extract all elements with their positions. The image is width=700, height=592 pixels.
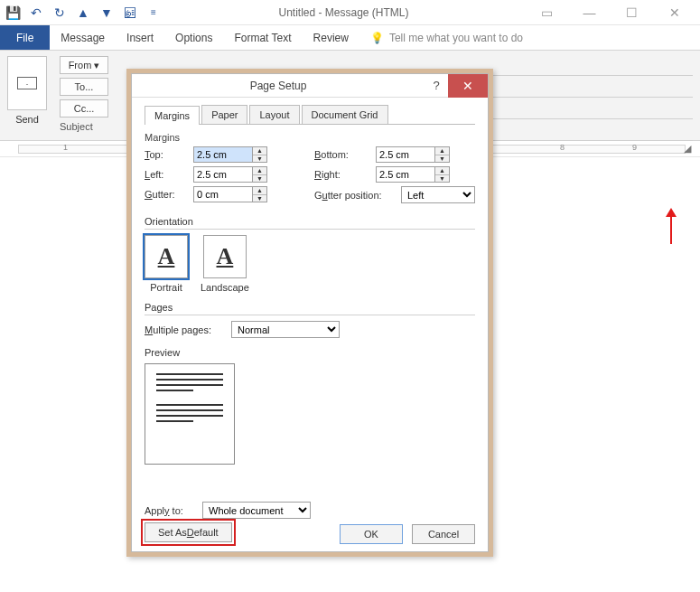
tab-file[interactable]: File [0, 25, 50, 50]
save-icon[interactable]: 💾 [5, 5, 20, 20]
undo-icon[interactable]: ↶ [29, 5, 43, 20]
tab-message[interactable]: Message [50, 25, 116, 50]
tell-me-placeholder: Tell me what you want to do [389, 32, 523, 44]
window-title: Untitled - Message (HTML) [161, 6, 527, 19]
orientation-portrait[interactable]: A Portrait [145, 235, 188, 293]
ribbon-options-icon[interactable]: ▭ [527, 3, 567, 23]
left-label: Left: [145, 169, 188, 180]
to-button[interactable]: To... [60, 78, 108, 96]
ruler-mark: 9 [632, 143, 637, 152]
title-bar: 💾 ↶ ↻ ▲ ▼ 🗟 ≡ Untitled - Message (HTML) … [0, 0, 700, 25]
send-button[interactable] [7, 56, 47, 110]
bottom-input[interactable] [376, 146, 435, 163]
orientation-header: Orientation [145, 216, 475, 230]
dialog-title: Page Setup [132, 80, 425, 92]
gutter-label: Gutter: [145, 189, 188, 200]
orientation-landscape[interactable]: A Landscape [201, 235, 249, 293]
ruler-mark: 1 [63, 143, 68, 152]
down-icon[interactable]: ▼ [99, 5, 114, 20]
tab-paper[interactable]: Paper [201, 105, 247, 124]
spin-up-icon[interactable]: ▲ [253, 187, 266, 195]
tab-insert[interactable]: Insert [116, 25, 164, 50]
close-icon[interactable]: ✕ [654, 3, 695, 23]
preview-header: Preview [145, 347, 475, 360]
lightbulb-icon: 💡 [370, 32, 384, 44]
portrait-icon: A [158, 243, 175, 270]
annotation-arrow [662, 208, 680, 244]
envelope-icon [17, 77, 37, 89]
gutter-pos-select[interactable]: Left [401, 186, 475, 203]
page-setup-dialog: Page Setup ? ✕ Margins Paper Layout Docu… [126, 69, 493, 557]
gutter-input[interactable] [193, 186, 253, 202]
set-as-default-button[interactable]: Set As Default [145, 522, 232, 542]
apply-to-select[interactable]: Whole document [202, 502, 311, 519]
dialog-titlebar: Page Setup ? ✕ [132, 74, 488, 98]
ruler-expand-icon[interactable]: ◢ [684, 143, 691, 155]
svg-marker-1 [666, 208, 677, 217]
cancel-button[interactable]: Cancel [412, 524, 475, 544]
bottom-spinner[interactable]: ▲▼ [376, 146, 450, 163]
margins-header: Margins [145, 132, 475, 143]
apply-to-label: Apply to: [145, 505, 195, 516]
spin-down-icon[interactable]: ▼ [253, 195, 266, 202]
attach-icon[interactable]: 🗟 [123, 5, 137, 20]
spin-down-icon[interactable]: ▼ [253, 175, 266, 183]
right-label: Right: [314, 169, 370, 180]
minimize-icon[interactable]: — [569, 3, 610, 23]
spin-up-icon[interactable]: ▲ [253, 167, 266, 175]
top-spinner[interactable]: ▲▼ [193, 146, 267, 163]
tab-document-grid[interactable]: Document Grid [302, 105, 388, 124]
spin-up-icon[interactable]: ▲ [253, 147, 266, 155]
ruler-mark: 8 [560, 143, 565, 152]
pages-header: Pages [145, 302, 475, 315]
landscape-label: Landscape [201, 282, 249, 293]
subject-label: Subject [60, 121, 93, 132]
gutter-pos-label: Gutter position: [314, 190, 396, 201]
tab-format-text[interactable]: Format Text [223, 25, 302, 50]
right-input[interactable] [376, 166, 435, 183]
spin-down-icon[interactable]: ▼ [435, 175, 449, 183]
ribbon-tabs: File Message Insert Options Format Text … [0, 25, 700, 51]
redo-icon[interactable]: ↻ [52, 5, 67, 20]
tab-review[interactable]: Review [303, 25, 359, 50]
tab-options[interactable]: Options [164, 25, 223, 50]
from-button[interactable]: From ▾ [60, 56, 108, 74]
cc-button[interactable]: Cc... [60, 99, 108, 117]
up-icon[interactable]: ▲ [76, 5, 90, 20]
spin-up-icon[interactable]: ▲ [435, 167, 449, 175]
landscape-icon: A [217, 243, 234, 270]
portrait-label: Portrait [150, 282, 182, 293]
maximize-icon[interactable]: ☐ [611, 3, 652, 23]
gutter-spinner[interactable]: ▲▼ [193, 186, 267, 202]
spin-down-icon[interactable]: ▼ [435, 155, 449, 163]
spin-down-icon[interactable]: ▼ [253, 155, 266, 163]
right-spinner[interactable]: ▲▼ [376, 166, 450, 183]
dialog-close-button[interactable]: ✕ [448, 74, 488, 98]
preview-thumbnail [145, 363, 235, 465]
top-label: Top: [145, 149, 188, 160]
qat-dropdown-icon[interactable]: ≡ [146, 5, 161, 20]
help-icon[interactable]: ? [425, 79, 448, 92]
set-default-highlight: Set As Default [141, 519, 236, 546]
bottom-label: Bottom: [314, 149, 370, 160]
top-input[interactable] [193, 146, 253, 163]
tab-layout[interactable]: Layout [249, 105, 299, 124]
ok-button[interactable]: OK [340, 524, 403, 544]
tab-margins[interactable]: Margins [145, 106, 200, 125]
multiple-pages-label: Multiple pages: [145, 324, 226, 335]
left-input[interactable] [193, 166, 253, 183]
spin-up-icon[interactable]: ▲ [435, 147, 449, 155]
multiple-pages-select[interactable]: Normal [231, 321, 340, 338]
dialog-tabs: Margins Paper Layout Document Grid [145, 105, 475, 125]
left-spinner[interactable]: ▲▼ [193, 166, 267, 183]
tell-me-search[interactable]: 💡 Tell me what you want to do [359, 25, 523, 50]
send-label: Send [15, 114, 39, 125]
